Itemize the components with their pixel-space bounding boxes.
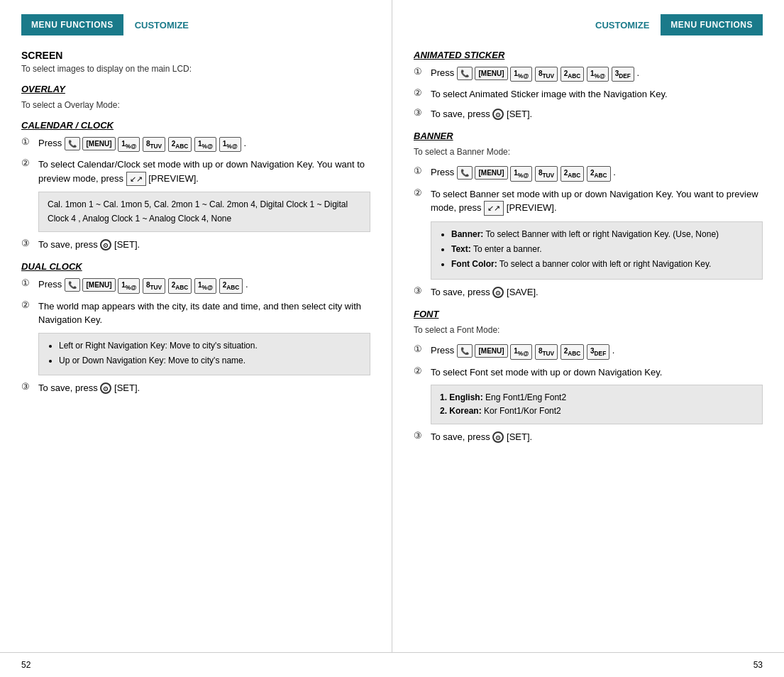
cal-bullet-text: Cal. 1mon 1 ~ Cal. 1mon 5, Cal. 2mon 1 ~… — [48, 199, 348, 223]
cal-key2: 8TUV — [143, 137, 165, 152]
dual-step1-content: Press 📞 [MENU] 1%@ 8TUV 2ABC 1%@ 2ABC . — [38, 277, 370, 293]
anim-key2: 8TUV — [535, 67, 558, 82]
banner-step3-num: ③ — [414, 285, 426, 296]
banner-section: BANNER To select a Banner Mode: ① Press … — [414, 131, 763, 299]
cal-step3-content: To save, press ⊙ [SET]. — [38, 238, 370, 252]
font-key4: 3DEF — [587, 344, 609, 359]
customize-link-left: CUSTOMIZE — [135, 20, 189, 31]
screen-section: SCREEN To select images to display on th… — [21, 50, 370, 74]
font-section: FONT To select a Font Mode: ① Press 📞 [M… — [414, 309, 763, 444]
dual-step2-content: The world map appears with the city, its… — [38, 299, 370, 327]
dual-bullet1: Left or Right Navigation Key: Move to ci… — [59, 339, 361, 353]
menu-key-dual: [MENU] — [82, 278, 115, 292]
anim-step1-num: ① — [414, 66, 426, 77]
set-icon-anim: ⊙ — [492, 109, 504, 120]
phone-icon-anim: 📞 — [457, 67, 473, 80]
preview-key-cal: ↙↗ — [126, 172, 146, 187]
screen-subtitle: To select images to display on the main … — [21, 64, 370, 74]
cal-key3: 2ABC — [168, 137, 192, 152]
banner-step3: ③ To save, press ⊙ [SAVE]. — [414, 285, 763, 299]
dual-step3-content: To save, press ⊙ [SET]. — [38, 381, 370, 395]
banner-step1-content: Press 📞 [MENU] 1%@ 8TUV 2ABC 2ABC . — [431, 165, 763, 181]
font-bullet-box: 1. English: Eng Font1/Eng Font2 2. Korea… — [431, 385, 763, 424]
cal-step1-press: Press — [38, 138, 65, 148]
banner-key3: 2ABC — [561, 166, 585, 181]
banner-key1: 1%@ — [510, 166, 532, 181]
menu-key-cal: [MENU] — [82, 137, 115, 150]
font-key2: 8TUV — [535, 344, 558, 359]
dual-key1: 1%@ — [118, 278, 140, 293]
banner-bullet-list: Banner: To select Banner with left or ri… — [440, 228, 753, 272]
customize-link-right: CUSTOMIZE — [595, 20, 649, 31]
phone-icon-cal: 📞 — [65, 137, 80, 150]
banner-step1: ① Press 📞 [MENU] 1%@ 8TUV 2ABC 2ABC . — [414, 165, 763, 181]
menu-functions-right: MENU FUNCTIONS — [661, 14, 763, 35]
menu-key-banner: [MENU] — [475, 166, 507, 180]
anim-key3: 2ABC — [561, 67, 585, 82]
phone-icon-banner: 📞 — [457, 166, 473, 180]
font-bullet1: 1. English: Eng Font1/Eng Font2 — [440, 391, 753, 404]
menu-functions-left: MENU FUNCTIONS — [21, 14, 123, 35]
anim-step1: ① Press 📞 [MENU] 1%@ 8TUV 2ABC 1%@ 3DEF … — [414, 66, 763, 82]
calendar-clock-title: CALENDAR / CLOCK — [21, 120, 370, 131]
font-step2-num: ② — [414, 365, 426, 376]
page-footer: 52 53 — [0, 652, 784, 677]
cal-key1: 1%@ — [118, 137, 140, 152]
anim-step2-content: To select Animated Sticker image with th… — [431, 87, 763, 101]
cal-key4: 1%@ — [194, 137, 216, 152]
cal-step2-num: ② — [21, 158, 34, 168]
anim-step3-content: To save, press ⊙ [SET]. — [431, 107, 763, 121]
page-num-right: 53 — [753, 660, 763, 670]
right-header: CUSTOMIZE MENU FUNCTIONS — [414, 14, 763, 35]
banner-subtitle: To select a Banner Mode: — [414, 147, 763, 157]
menu-key-font: [MENU] — [475, 344, 507, 358]
font-step3-content: To save, press ⊙ [SET]. — [431, 430, 763, 444]
overlay-subtitle: To select a Overlay Mode: — [21, 100, 370, 110]
dual-step2-num: ② — [21, 299, 34, 310]
dual-clock-section: DUAL CLOCK ① Press 📞 [MENU] 1%@ 8TUV 2AB… — [21, 261, 370, 395]
dual-step3-num: ③ — [21, 381, 34, 392]
cal-step1-num: ① — [21, 136, 34, 147]
menu-key-anim: [MENU] — [475, 67, 507, 80]
screen-title: SCREEN — [21, 50, 370, 61]
font-title: FONT — [414, 309, 763, 319]
anim-step1-content: Press 📞 [MENU] 1%@ 8TUV 2ABC 1%@ 3DEF . — [431, 66, 763, 82]
banner-key4: 2ABC — [587, 166, 611, 181]
anim-key4: 1%@ — [587, 67, 609, 82]
set-icon-dual: ⊙ — [100, 382, 111, 394]
dual-key2: 8TUV — [143, 278, 165, 293]
overlay-section: OVERLAY To select a Overlay Mode: — [21, 84, 370, 110]
dual-key3: 2ABC — [168, 278, 192, 293]
overlay-title: OVERLAY — [21, 84, 370, 94]
banner-step2-num: ② — [414, 187, 426, 198]
font-step2-content: To select Font set mode with up or down … — [431, 365, 763, 380]
dual-step2: ② The world map appears with the city, i… — [21, 299, 370, 327]
dual-key5: 2ABC — [219, 278, 243, 293]
dual-key4: 1%@ — [194, 278, 216, 293]
banner-step1-num: ① — [414, 165, 426, 176]
banner-step2-content: To select Banner set mode with up or dow… — [431, 187, 763, 216]
left-page: MENU FUNCTIONS CUSTOMIZE SCREEN To selec… — [0, 0, 392, 652]
set-icon-font: ⊙ — [492, 431, 504, 443]
cal-preview-text: [PREVIEW]. — [148, 173, 199, 184]
dual-step3: ③ To save, press ⊙ [SET]. — [21, 381, 370, 395]
anim-step2: ② To select Animated Sticker image with … — [414, 87, 763, 101]
phone-icon-dual: 📞 — [65, 278, 80, 292]
animated-sticker-title: ANIMATED STICKER — [414, 50, 763, 60]
right-page: CUSTOMIZE MENU FUNCTIONS ANIMATED STICKE… — [392, 0, 784, 652]
cal-step1-content: Press 📞 [MENU] 1%@ 8TUV 2ABC 1%@ 1%@ . — [38, 136, 370, 152]
dual-bullet-box: Left or Right Navigation Key: Move to ci… — [38, 333, 370, 375]
banner-bullet1: Banner: To select Banner with left or ri… — [451, 228, 753, 241]
anim-step3: ③ To save, press ⊙ [SET]. — [414, 107, 763, 121]
preview-key-banner: ↙↗ — [484, 201, 504, 216]
font-key1: 1%@ — [510, 344, 532, 359]
font-step1-num: ① — [414, 343, 426, 354]
animated-sticker-section: ANIMATED STICKER ① Press 📞 [MENU] 1%@ 8T… — [414, 50, 763, 121]
banner-bullet2: Text: To enter a banner. — [451, 243, 753, 256]
font-step1: ① Press 📞 [MENU] 1%@ 8TUV 2ABC 3DEF . — [414, 343, 763, 359]
font-step1-content: Press 📞 [MENU] 1%@ 8TUV 2ABC 3DEF . — [431, 343, 763, 359]
anim-key5: 3DEF — [612, 67, 634, 82]
cal-step3-num: ③ — [21, 238, 34, 248]
banner-title: BANNER — [414, 131, 763, 141]
banner-step2: ② To select Banner set mode with up or d… — [414, 187, 763, 216]
